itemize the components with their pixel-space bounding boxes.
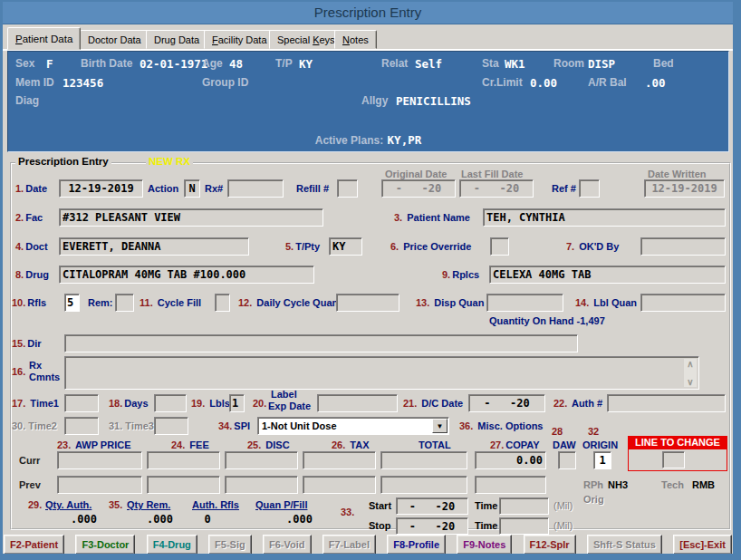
- date-input[interactable]: [59, 179, 143, 198]
- tpty-input[interactable]: [329, 237, 362, 256]
- f8-profile-button[interactable]: F8-Profile: [387, 535, 446, 555]
- line-to-change-input[interactable]: [662, 451, 685, 468]
- action-input[interactable]: [184, 179, 200, 198]
- disp-quan-input[interactable]: [486, 294, 563, 312]
- dir-input[interactable]: [64, 334, 578, 352]
- fac-input[interactable]: [59, 208, 323, 227]
- time2-label: 30. Time2: [12, 420, 57, 431]
- disc-header: 25. DISC: [247, 439, 290, 450]
- start-mil-label: (Mil): [553, 500, 573, 511]
- patient-name-input[interactable]: [483, 208, 726, 227]
- f4-drug-button[interactable]: F4-Drug: [147, 535, 197, 555]
- relat-label: Relat: [381, 57, 408, 70]
- rx-number-input[interactable]: [227, 179, 284, 198]
- tab-patient-data[interactable]: Patient Data: [7, 27, 81, 50]
- refill-input[interactable]: [337, 179, 358, 198]
- doct-input[interactable]: [59, 237, 249, 256]
- time1-input[interactable]: [64, 394, 99, 412]
- birth-date-label: Birth Date: [81, 57, 132, 70]
- cycle-fill-input[interactable]: [215, 294, 230, 312]
- label-exp-date-input[interactable]: [317, 394, 398, 412]
- prev-awp-input[interactable]: [57, 476, 142, 494]
- age-value: 48: [229, 57, 243, 71]
- daw-input[interactable]: [558, 451, 576, 469]
- tab-facility-data[interactable]: Facility Data: [204, 30, 275, 49]
- rx-cmnts-label-line1: Rx: [29, 360, 42, 371]
- lbl-quan-input[interactable]: [640, 294, 726, 312]
- auth-rfls-value: 0: [189, 513, 226, 526]
- prev-fee-input[interactable]: [147, 476, 220, 494]
- f2-patient-button[interactable]: F2-Patient: [4, 535, 64, 555]
- days-label: 18.Days: [109, 398, 149, 409]
- original-date-input[interactable]: [381, 179, 456, 198]
- lbls-input[interactable]: [229, 394, 245, 412]
- rem-input[interactable]: [115, 294, 134, 312]
- curr-total-input[interactable]: [380, 451, 467, 469]
- label-exp-line2: Exp Date: [268, 401, 311, 411]
- rfls-input[interactable]: [64, 294, 80, 312]
- dc-date-input[interactable]: [468, 394, 545, 412]
- cycle-fill-label: 11. Cycle Fill: [140, 297, 201, 308]
- curr-awp-input[interactable]: [57, 451, 142, 469]
- new-rx-status: NEW RX: [146, 156, 193, 167]
- tab-notes[interactable]: Notes: [334, 30, 377, 49]
- active-plans: Active Plans: KY,PR: [8, 131, 728, 148]
- scroll-up-icon[interactable]: ∧: [687, 359, 693, 369]
- prev-copay-input[interactable]: [475, 476, 546, 494]
- tab-drug-data[interactable]: Drug Data: [146, 30, 207, 49]
- rx-cmnts-scrollbar[interactable]: ∧ ∨: [684, 359, 697, 387]
- stop-date-input[interactable]: [396, 517, 468, 535]
- prescription-entry-window: Prescription Entry Patient Data Doctor D…: [0, 0, 741, 560]
- f3-doctor-button[interactable]: F3-Doctor: [75, 535, 135, 555]
- tab-special-keys[interactable]: Special Keys: [269, 30, 343, 49]
- lbls-label: 19. Lbls: [191, 398, 230, 409]
- original-date-label: Original Date: [385, 169, 447, 179]
- spi-dropdown[interactable]: 1-Not Unit Dose ▼: [257, 417, 449, 435]
- scroll-down-icon[interactable]: ∨: [687, 377, 693, 387]
- rx-cmnts-textarea[interactable]: ∧ ∨: [64, 356, 699, 390]
- auth-number-input[interactable]: [607, 394, 726, 412]
- daily-cycle-quan-label: 12. Daily Cycle Quan: [238, 297, 338, 308]
- doct-label: 4.Doct: [15, 241, 48, 252]
- date-written-label: Date Written: [648, 169, 707, 179]
- esc-exit-button[interactable]: [Esc]-Exit: [673, 535, 732, 555]
- rplcs-input[interactable]: [489, 266, 726, 284]
- curr-fee-input[interactable]: [147, 451, 220, 469]
- dropdown-arrow-icon[interactable]: ▼: [432, 419, 447, 433]
- patient-summary-panel: Sex F Birth Date 02-01-1971 Age 48 T/P K…: [7, 51, 729, 152]
- spi-label: 34.SPI: [218, 420, 250, 431]
- origin-input[interactable]: [593, 451, 611, 469]
- okd-by-input[interactable]: [640, 237, 726, 256]
- days-input[interactable]: [154, 394, 187, 412]
- tab-doctor-data[interactable]: Doctor Data: [80, 30, 149, 49]
- stop-label: Stop: [369, 520, 390, 531]
- qty-rem-number: 35.: [109, 499, 122, 510]
- prev-tax-input[interactable]: [303, 476, 376, 494]
- start-time-input[interactable]: [499, 497, 549, 515]
- function-key-bar: F2-Patient F3-Doctor F4-Drug F5-Sig F6-V…: [4, 535, 732, 555]
- time3-label: 31. Time3: [109, 420, 154, 431]
- last-fill-date-input[interactable]: [459, 179, 534, 198]
- date-written-input[interactable]: [644, 179, 725, 198]
- stop-time-input[interactable]: [499, 517, 549, 535]
- price-override-input[interactable]: [490, 237, 509, 256]
- f12-splr-button[interactable]: F12-Splr: [524, 535, 576, 555]
- start-date-input[interactable]: [396, 497, 468, 515]
- prev-total-input[interactable]: [380, 476, 467, 494]
- curr-copay-input[interactable]: [475, 451, 546, 469]
- curr-disc-input[interactable]: [225, 451, 298, 469]
- date-label: 1.Date: [15, 183, 47, 194]
- time3-input[interactable]: [154, 417, 188, 435]
- drug-input[interactable]: [59, 266, 314, 284]
- time2-input[interactable]: [64, 417, 99, 435]
- action-label: Action: [148, 183, 178, 194]
- ref-number-input[interactable]: [579, 179, 600, 198]
- bed-label: Bed: [653, 57, 674, 70]
- prev-disc-input[interactable]: [225, 476, 298, 494]
- curr-tax-input[interactable]: [303, 451, 376, 469]
- misc-options-label: 36. Misc. Options: [459, 420, 543, 431]
- relat-value: Self: [415, 57, 442, 71]
- origin-header: ORIGIN: [582, 439, 618, 450]
- daily-cycle-quan-input[interactable]: [336, 294, 399, 312]
- f9-notes-button[interactable]: F9-Notes: [457, 535, 512, 555]
